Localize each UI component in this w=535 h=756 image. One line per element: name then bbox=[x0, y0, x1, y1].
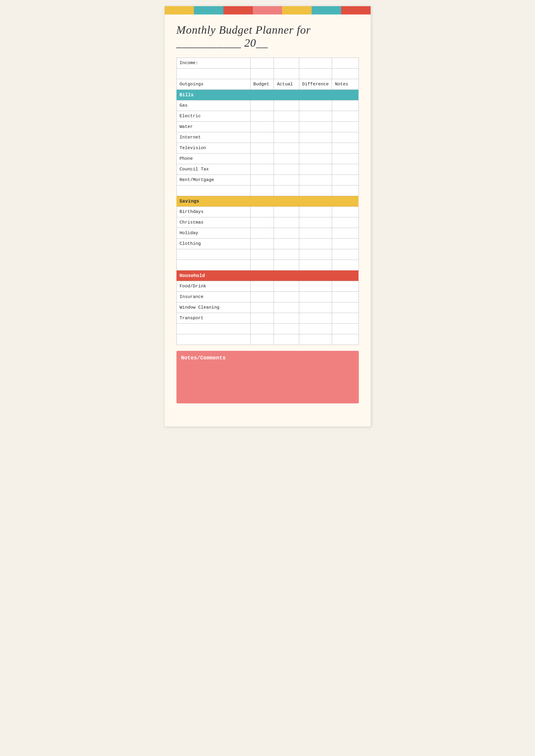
empty-row-household-2 bbox=[177, 334, 358, 345]
savings-label: Savings bbox=[177, 196, 358, 207]
notes-body bbox=[181, 364, 354, 399]
item-gas: Gas bbox=[177, 101, 250, 111]
item-christmas: Christmas bbox=[177, 217, 250, 228]
color-seg-4 bbox=[253, 6, 282, 15]
row-holiday: Holiday bbox=[177, 228, 358, 239]
item-insurance: Insurance bbox=[177, 292, 250, 302]
color-seg-7 bbox=[341, 6, 371, 15]
col-budget: Budget bbox=[250, 79, 274, 90]
item-rent-mortgage: Rent/Mortgage bbox=[177, 175, 250, 186]
col-notes: Notes bbox=[332, 79, 358, 90]
household-label: Household bbox=[177, 270, 358, 281]
household-header: Household bbox=[177, 270, 358, 281]
row-council-tax: Council Tax bbox=[177, 164, 358, 175]
row-internet: Internet bbox=[177, 132, 358, 143]
page-title: Monthly Budget Planner for ___________ 2… bbox=[177, 23, 359, 49]
color-seg-6 bbox=[312, 6, 341, 15]
item-clothing: Clothing bbox=[177, 239, 250, 249]
row-insurance: Insurance bbox=[177, 292, 358, 302]
row-rent-mortgage: Rent/Mortgage bbox=[177, 175, 358, 186]
item-food-drink: Food/Drink bbox=[177, 281, 250, 292]
income-label: Income: bbox=[177, 58, 250, 69]
empty-row-1 bbox=[177, 69, 358, 79]
income-row: Income: bbox=[177, 58, 358, 69]
row-electric: Electric bbox=[177, 111, 358, 122]
item-holiday: Holiday bbox=[177, 228, 250, 239]
empty-row-savings-2 bbox=[177, 260, 358, 270]
main-content: Monthly Budget Planner for ___________ 2… bbox=[165, 15, 371, 412]
title-prefix: Monthly Budget Planner for bbox=[177, 24, 311, 36]
title-blank: ___________ bbox=[177, 37, 245, 49]
bottom-color-bar bbox=[165, 418, 371, 426]
page: Monthly Budget Planner for ___________ 2… bbox=[164, 6, 371, 427]
bills-header: Bills bbox=[177, 90, 358, 101]
row-food-drink: Food/Drink bbox=[177, 281, 358, 292]
col-actual: Actual bbox=[274, 79, 299, 90]
empty-row-savings-1 bbox=[177, 249, 358, 260]
row-gas: Gas bbox=[177, 101, 358, 111]
empty-row-bills bbox=[177, 186, 358, 196]
col-outgoings: Outgoings bbox=[177, 79, 250, 90]
notes-title: Notes/Comments bbox=[181, 355, 354, 361]
row-transport: Transport bbox=[177, 313, 358, 324]
savings-header: Savings bbox=[177, 196, 358, 207]
title-suffix: 20 bbox=[244, 37, 256, 49]
color-seg-1 bbox=[165, 6, 194, 15]
item-birthdays: Birthdays bbox=[177, 207, 250, 217]
item-phone: Phone bbox=[177, 154, 250, 164]
top-color-bar bbox=[165, 6, 371, 15]
row-window-cleaning: Window Cleaning bbox=[177, 302, 358, 313]
notes-section: Notes/Comments bbox=[177, 351, 359, 404]
color-seg-2 bbox=[194, 6, 223, 15]
item-window-cleaning: Window Cleaning bbox=[177, 302, 250, 313]
col-difference: Difference bbox=[299, 79, 332, 90]
bills-label: Bills bbox=[177, 90, 358, 101]
item-water: Water bbox=[177, 122, 250, 132]
row-clothing: Clothing bbox=[177, 239, 358, 249]
item-transport: Transport bbox=[177, 313, 250, 324]
item-council-tax: Council Tax bbox=[177, 164, 250, 175]
income-notes bbox=[332, 58, 358, 69]
color-seg-3 bbox=[223, 6, 253, 15]
budget-table: Income: Outgoings Budget Actual Differen… bbox=[177, 58, 359, 345]
title-year-blank: __ bbox=[256, 37, 268, 49]
income-actual bbox=[274, 58, 299, 69]
color-seg-5 bbox=[282, 6, 312, 15]
item-internet: Internet bbox=[177, 132, 250, 143]
column-headers: Outgoings Budget Actual Difference Notes bbox=[177, 79, 358, 90]
item-electric: Electric bbox=[177, 111, 250, 122]
row-christmas: Christmas bbox=[177, 217, 358, 228]
row-phone: Phone bbox=[177, 154, 358, 164]
income-budget bbox=[250, 58, 274, 69]
income-difference bbox=[299, 58, 332, 69]
item-television: Television bbox=[177, 143, 250, 154]
row-television: Television bbox=[177, 143, 358, 154]
empty-row-household-1 bbox=[177, 324, 358, 334]
row-water: Water bbox=[177, 122, 358, 132]
row-birthdays: Birthdays bbox=[177, 207, 358, 217]
